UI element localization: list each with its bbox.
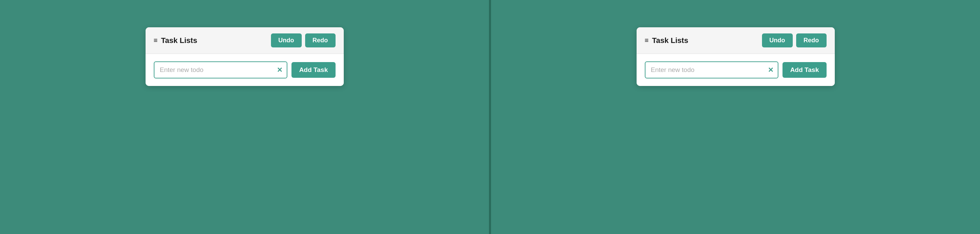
task-list-icon-right: ≡ [645, 36, 649, 44]
right-input-wrapper: ✕ [645, 62, 779, 79]
left-panel: ≡ Task Lists Undo Redo ✕ Add Task [0, 0, 489, 234]
left-card-body: ✕ Add Task [146, 54, 344, 86]
left-card-title: ≡ Task Lists [154, 36, 197, 45]
right-card: ≡ Task Lists Undo Redo ✕ Add Task [636, 27, 835, 86]
left-header-buttons: Undo Redo [271, 33, 336, 47]
left-todo-input[interactable] [154, 62, 288, 79]
left-input-wrapper: ✕ [154, 62, 288, 79]
right-card-header: ≡ Task Lists Undo Redo [636, 27, 835, 54]
right-panel: ≡ Task Lists Undo Redo ✕ Add Task [491, 0, 980, 234]
right-todo-input[interactable] [645, 62, 779, 79]
left-card-header: ≡ Task Lists Undo Redo [146, 27, 344, 54]
right-title-text: Task Lists [652, 36, 688, 45]
right-clear-button[interactable]: ✕ [768, 66, 773, 73]
left-redo-button[interactable]: Redo [305, 33, 336, 47]
left-title-text: Task Lists [161, 36, 197, 45]
left-add-task-button[interactable]: Add Task [291, 62, 335, 78]
right-add-task-button[interactable]: Add Task [783, 62, 826, 78]
right-header-buttons: Undo Redo [762, 33, 827, 47]
right-redo-button[interactable]: Redo [796, 33, 827, 47]
right-undo-button[interactable]: Undo [762, 33, 793, 47]
task-list-icon-left: ≡ [154, 36, 158, 44]
left-undo-button[interactable]: Undo [271, 33, 302, 47]
left-card: ≡ Task Lists Undo Redo ✕ Add Task [146, 27, 344, 86]
right-card-body: ✕ Add Task [636, 54, 835, 86]
right-card-title: ≡ Task Lists [645, 36, 689, 45]
left-clear-button[interactable]: ✕ [277, 66, 283, 73]
